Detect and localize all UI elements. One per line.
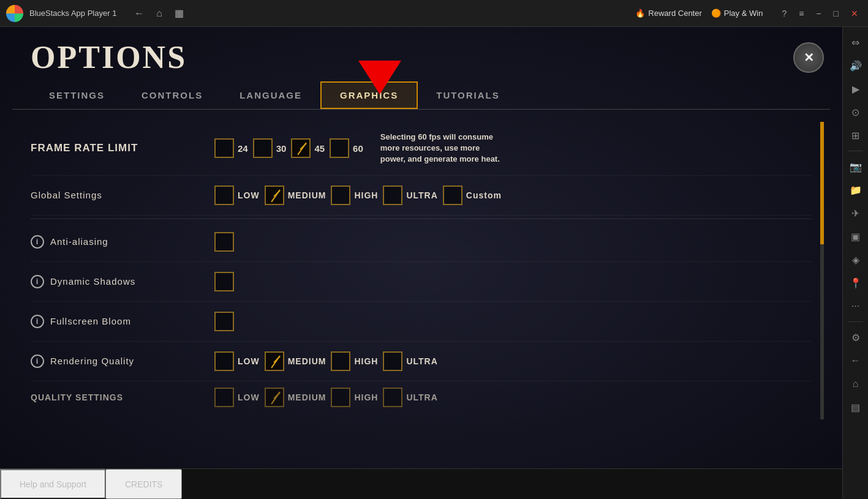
- rq-high-label: HIGH: [354, 356, 378, 366]
- sidebar-divider-1: [848, 151, 863, 151]
- qs-medium-label: MEDIUM: [288, 392, 326, 402]
- global-custom-checkbox[interactable]: [443, 186, 462, 205]
- anti-aliasing-row: i Anti-aliasing: [31, 222, 812, 262]
- rq-high-checkbox[interactable]: [331, 351, 350, 371]
- global-ultra-checkbox[interactable]: [383, 186, 402, 205]
- reward-icon: 🔥: [635, 9, 645, 18]
- fps-45-checkbox[interactable]: [291, 138, 311, 158]
- fps-30-label: 30: [276, 143, 287, 154]
- tab-tutorials[interactable]: TUTORIALS: [418, 81, 518, 109]
- arrow-head: [358, 61, 401, 94]
- global-custom-option: Custom: [443, 186, 502, 205]
- close-button[interactable]: ✕: [847, 7, 862, 20]
- rq-ultra-checkbox[interactable]: [383, 351, 402, 371]
- global-custom-label: Custom: [466, 190, 502, 200]
- tab-language[interactable]: LANGUAGE: [221, 81, 320, 109]
- sidebar-expand-icon[interactable]: ⇔: [845, 32, 866, 53]
- fps-60-checkbox[interactable]: [330, 138, 349, 158]
- sidebar-apps-icon[interactable]: ▤: [845, 397, 866, 418]
- fullscreen-bloom-checkbox[interactable]: [214, 312, 234, 331]
- qs-low-checkbox[interactable]: [214, 388, 234, 407]
- scrollbar-track[interactable]: [820, 122, 824, 419]
- sidebar-back-icon[interactable]: ←: [845, 350, 866, 371]
- close-x-button[interactable]: ✕: [793, 42, 824, 73]
- dynamic-shadows-info-icon[interactable]: i: [31, 275, 44, 288]
- minimize-button[interactable]: −: [812, 7, 825, 20]
- titlebar-left: BlueStacks App Player 1 ← ⌂ ▦: [6, 5, 186, 22]
- rq-ultra-option: ULTRA: [383, 351, 437, 371]
- dynamic-shadows-label: i Dynamic Shadows: [31, 275, 214, 288]
- global-high-option: HIGH: [331, 186, 378, 205]
- scrollbar-thumb[interactable]: [820, 122, 824, 244]
- rq-low-option: LOW: [214, 351, 260, 371]
- qs-ultra-label: ULTRA: [406, 392, 437, 402]
- help-support-link[interactable]: Help and Support: [0, 469, 105, 499]
- tabs-bar: SETTINGS CONTROLS LANGUAGE GRAPHICS TUTO…: [12, 81, 830, 110]
- sidebar-divider-2: [848, 321, 863, 322]
- options-content: OPTIONS ✕ SETTINGS CONTROLS LANGUAGE: [0, 27, 842, 499]
- fps-option-24: 24: [214, 138, 248, 158]
- sidebar-airplane-icon[interactable]: ✈: [845, 203, 866, 223]
- fullscreen-bloom-row: i Fullscreen Bloom: [31, 302, 812, 342]
- anti-aliasing-info-icon[interactable]: i: [31, 235, 44, 249]
- fps-note: Selecting 60 fps will consume more resou…: [380, 132, 503, 165]
- sidebar-play-icon[interactable]: ▶: [845, 78, 866, 99]
- rendering-quality-row: i Rendering Quality LOW MEDIUM: [31, 342, 812, 381]
- restore-button[interactable]: □: [830, 7, 842, 20]
- sidebar-settings-icon[interactable]: ⚙: [845, 327, 866, 348]
- sidebar-camera-icon[interactable]: 📷: [845, 156, 866, 177]
- fullscreen-bloom-controls: [214, 312, 234, 331]
- global-low-checkbox[interactable]: [214, 186, 234, 205]
- back-button[interactable]: ←: [132, 6, 146, 21]
- content-area: FRAME RATE LIMIT 24 30: [0, 110, 842, 468]
- reward-center-button[interactable]: 🔥 Reward Center: [635, 9, 701, 18]
- credits-link[interactable]: CREDITS: [105, 469, 182, 499]
- sidebar-home-icon[interactable]: ⌂: [845, 373, 866, 394]
- sidebar-square-icon[interactable]: ▣: [845, 226, 866, 247]
- fps-option-30: 30: [253, 138, 287, 158]
- sidebar-circle-icon[interactable]: ⊙: [845, 102, 866, 122]
- windows-button[interactable]: ▦: [172, 5, 186, 21]
- options-header: OPTIONS ✕: [0, 27, 842, 81]
- titlebar-nav: ← ⌂ ▦: [132, 5, 186, 21]
- rq-medium-option: MEDIUM: [265, 351, 326, 371]
- menu-button[interactable]: ≡: [795, 7, 807, 20]
- rendering-quality-info-icon[interactable]: i: [31, 355, 44, 368]
- tab-controls[interactable]: CONTROLS: [123, 81, 221, 109]
- rendering-quality-controls: LOW MEDIUM HIGH: [214, 351, 438, 371]
- fullscreen-bloom-info-icon[interactable]: i: [31, 315, 44, 328]
- sidebar-grid-icon[interactable]: ⊞: [845, 125, 866, 146]
- fps-45-label: 45: [314, 143, 325, 154]
- anti-aliasing-checkbox[interactable]: [214, 232, 234, 252]
- fps-option-45: 45: [291, 138, 325, 158]
- sidebar-more-icon[interactable]: ···: [845, 296, 866, 317]
- sidebar-location-icon[interactable]: 📍: [845, 272, 866, 293]
- qs-high-label: HIGH: [354, 392, 378, 402]
- qs-ultra-checkbox[interactable]: [383, 388, 402, 407]
- global-high-checkbox[interactable]: [331, 186, 350, 205]
- help-button[interactable]: ?: [778, 7, 790, 20]
- fps-30-checkbox[interactable]: [253, 138, 273, 158]
- quality-settings-label: QUALITY SETTINGS: [31, 392, 214, 402]
- playnwin-icon: 🟠: [711, 9, 721, 18]
- rq-low-checkbox[interactable]: [214, 351, 234, 371]
- playnwin-button[interactable]: 🟠 Play & Win: [711, 9, 763, 18]
- rq-medium-checkbox[interactable]: [265, 351, 284, 371]
- qs-low-label: LOW: [238, 392, 260, 402]
- sidebar-diamond-icon[interactable]: ◈: [845, 249, 866, 270]
- global-ultra-option: ULTRA: [383, 186, 437, 205]
- fps-24-checkbox[interactable]: [214, 138, 234, 158]
- options-panel: OPTIONS ✕ SETTINGS CONTROLS LANGUAGE: [0, 27, 842, 499]
- tab-settings[interactable]: SETTINGS: [31, 81, 123, 109]
- qs-high-checkbox[interactable]: [331, 388, 350, 407]
- frame-rate-row: FRAME RATE LIMIT 24 30: [31, 122, 812, 176]
- dynamic-shadows-controls: [214, 272, 234, 291]
- global-medium-checkbox[interactable]: [265, 186, 284, 205]
- sidebar-volume-icon[interactable]: 🔊: [845, 55, 866, 76]
- dynamic-shadows-checkbox[interactable]: [214, 272, 234, 291]
- page-title: OPTIONS: [31, 39, 187, 75]
- qs-medium-checkbox[interactable]: [265, 388, 284, 407]
- home-button[interactable]: ⌂: [154, 6, 165, 21]
- sidebar-folder-icon[interactable]: 📁: [845, 179, 866, 200]
- global-ultra-label: ULTRA: [406, 190, 437, 200]
